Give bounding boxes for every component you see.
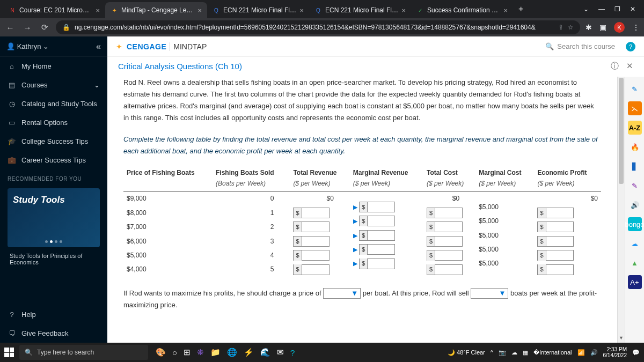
bongo-icon[interactable]: bongo [628,217,642,231]
menu-icon[interactable]: ⋮ [632,23,640,32]
value-input[interactable] [546,237,573,246]
currency-input[interactable]: $ [359,244,395,255]
rss-icon[interactable]: ⋋ [628,101,642,115]
value-input[interactable] [368,216,394,226]
close-icon[interactable]: × [197,6,202,14]
chevron-down-icon[interactable]: ⌄ [583,5,589,13]
close-icon[interactable]: ✕ [626,61,633,71]
close-icon[interactable]: × [96,6,100,14]
value-input[interactable] [435,237,462,246]
currency-input[interactable]: $ [293,236,329,247]
taskbar-app-icon[interactable]: 🎨 [156,348,166,357]
value-input[interactable] [435,250,462,260]
currency-input[interactable]: $ [359,202,395,212]
tray-icon[interactable]: �International [533,349,572,356]
value-input[interactable] [302,237,329,246]
tray-icon[interactable]: ▦ [523,349,528,356]
nav-courses[interactable]: ▤Courses⌄ [0,76,107,94]
value-input[interactable] [368,202,394,212]
back-button[interactable]: ← [4,23,16,32]
value-input[interactable] [302,250,329,260]
flashcard-icon[interactable]: 🔥 [628,140,642,154]
value-input[interactable] [302,208,329,218]
close-icon[interactable]: × [299,6,304,14]
currency-input[interactable]: $ [427,264,463,275]
currency-input[interactable]: $ [359,216,395,226]
currency-input[interactable]: $ [427,221,463,232]
edge-icon[interactable]: 🌊 [260,348,270,357]
explorer-icon[interactable]: 📁 [210,348,221,357]
currency-input[interactable]: $ [427,236,463,247]
currency-input[interactable]: $ [427,250,463,261]
browser-tab[interactable]: QECN 221 Micro Final Flashcar× [309,2,411,18]
currency-input[interactable]: $ [293,250,329,261]
currency-input[interactable]: $ [537,221,573,232]
extension-icon[interactable]: ✱ [586,23,592,32]
extension-icon[interactable]: ▣ [599,23,606,32]
taskbar-app-icon[interactable]: ❋ [197,348,204,357]
quantity-dropdown[interactable]: ▼ [471,288,508,299]
value-input[interactable] [435,222,462,232]
start-button[interactable] [4,348,14,357]
cortana-icon[interactable]: ○ [172,348,177,357]
nav-catalog[interactable]: ◷Catalog and Study Tools [0,94,107,113]
notifications-icon[interactable]: 💬 [632,349,640,356]
url-input[interactable]: 🔒 ng.cengage.com/static/nb/ui/evo/index.… [56,20,580,34]
currency-input[interactable]: $ [293,264,329,275]
browser-tab[interactable]: ✓Success Confirmation of Que× [411,2,513,18]
close-icon[interactable]: × [401,6,406,14]
help-button[interactable]: ? [626,42,635,51]
tray-icon[interactable]: ☁ [511,349,517,356]
minimize-icon[interactable]: ― [598,5,605,13]
reader-icon[interactable]: ▋ [628,159,642,173]
nav-help[interactable]: ?Help [0,305,107,324]
profile-avatar[interactable]: K [614,22,625,33]
value-input[interactable] [546,250,573,260]
currency-input[interactable]: $ [537,208,573,218]
currency-input[interactable]: $ [537,264,573,275]
value-input[interactable] [546,208,573,218]
value-input[interactable] [368,259,394,269]
value-input[interactable] [435,208,462,218]
browser-tab[interactable]: QECN 221 Micro Final Flashcar× [207,2,309,18]
scroll-down-icon[interactable]: ▼ [618,335,625,343]
clock[interactable]: 2:33 PM6/14/2022 [603,346,627,358]
value-input[interactable] [368,245,394,254]
currency-input[interactable]: $ [537,236,573,247]
browser-tab[interactable]: NCourse: EC 201 Microeconom× [3,2,105,18]
carousel-dots[interactable] [45,240,62,243]
forward-button[interactable]: → [21,23,33,32]
user-menu[interactable]: 👤 Kathryn ⌄ [6,42,49,50]
taskbar-search[interactable]: 🔍Type here to search [19,345,148,360]
mail-icon[interactable]: ✉ [277,348,284,357]
readspeaker-icon[interactable]: 🔊 [628,198,642,212]
nav-feedback[interactable]: 🗨Give Feedback [0,324,107,343]
nav-career-tips[interactable]: 💼Career Success Tips [0,151,107,169]
glossary-icon[interactable]: A-Z [628,121,642,135]
currency-input[interactable]: $ [537,250,573,261]
currency-input[interactable]: $ [427,208,463,218]
currency-input[interactable]: $ [359,230,395,241]
volume-icon[interactable]: 🔊 [590,349,598,356]
cloud-icon[interactable]: ☁ [628,237,642,250]
weather-widget[interactable]: 🌙 48°F Clear [448,349,485,356]
value-input[interactable] [302,265,329,275]
nav-rental[interactable]: ▭Rental Options [0,113,107,132]
value-input[interactable] [435,265,462,275]
reload-button[interactable]: ⟳ [39,23,50,32]
taskview-icon[interactable]: ⊞ [184,348,191,357]
share-icon[interactable]: ⇪ [558,24,564,31]
star-icon[interactable]: ☆ [568,24,574,31]
currency-input[interactable]: $ [293,208,329,218]
value-input[interactable] [546,265,573,275]
scrollbar-thumb[interactable] [619,78,624,184]
chrome-icon[interactable]: 🌐 [227,348,237,357]
value-input[interactable] [368,231,394,240]
info-icon[interactable]: ⓘ [611,61,619,71]
taskbar-app-icon[interactable]: ? [290,348,295,357]
course-search[interactable]: 🔍Search this course [545,42,615,50]
value-input[interactable] [302,222,329,232]
notes-icon[interactable]: ✎ [628,179,642,193]
price-dropdown[interactable]: ▼ [323,288,361,299]
new-tab-button[interactable]: + [513,4,529,14]
